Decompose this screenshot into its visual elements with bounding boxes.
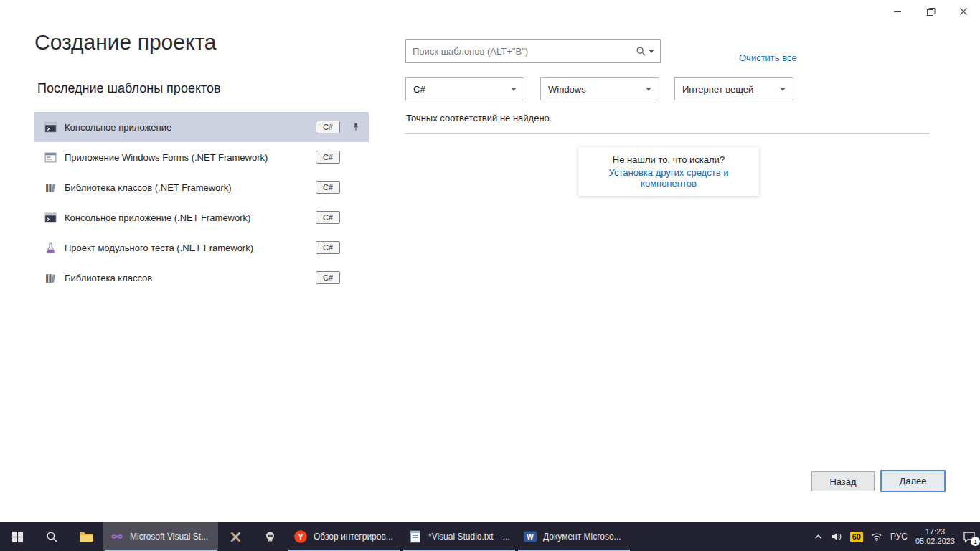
taskbar-app-visual-studio[interactable]: Microsoft Visual St... [103, 522, 218, 551]
not-found-title: Не нашли то, что искали? [583, 154, 755, 165]
taskbar-app-label: *Visual Studio.txt – ... [428, 532, 510, 542]
clock[interactable]: 17:23 05.02.2023 [915, 527, 955, 546]
windows-logo-icon [11, 531, 24, 543]
back-button[interactable]: Назад [811, 471, 875, 491]
clear-all-link[interactable]: Очистить все [739, 52, 797, 63]
chevron-down-icon [646, 88, 651, 91]
template-name: Приложение Windows Forms (.NET Framework… [65, 152, 316, 163]
page-title: Создание проекта [34, 30, 217, 55]
template-name: Проект модульного теста (.NET Framework) [65, 242, 316, 253]
template-item-winforms-app[interactable]: Приложение Windows Forms (.NET Framework… [34, 142, 369, 172]
network-wifi-icon[interactable] [871, 531, 882, 542]
taskbar-app-tools[interactable] [218, 522, 253, 551]
pin-button[interactable] [347, 118, 364, 136]
notification-count-badge: 1 [971, 537, 980, 546]
word-icon: W [523, 529, 537, 544]
restore-button[interactable] [914, 0, 947, 23]
start-button[interactable] [0, 522, 34, 551]
language-badge: C# [316, 241, 340, 254]
language-filter-value: C# [413, 84, 425, 95]
language-badge: C# [316, 151, 340, 164]
chevron-down-icon [780, 88, 786, 91]
template-item-class-library-netfx[interactable]: Библиотека классов (.NET Framework) C# [34, 172, 369, 202]
taskbar-app-notepad[interactable]: *Visual Studio.txt – ... [402, 522, 517, 551]
chevron-down-icon [511, 88, 517, 91]
project-type-filter-value: Интернет вещей [682, 84, 753, 95]
visual-studio-icon [110, 529, 124, 544]
language-badge: C# [316, 211, 340, 224]
template-name: Консольное приложение (.NET Framework) [65, 212, 316, 223]
language-indicator[interactable]: РУС [890, 532, 908, 542]
template-name: Консольное приложение [65, 122, 316, 133]
minimize-icon [893, 7, 902, 16]
console-app-icon [44, 212, 57, 224]
volume-icon[interactable] [831, 531, 842, 542]
taskbar-search-button[interactable] [34, 522, 69, 551]
results-divider [405, 133, 929, 134]
recent-templates-heading: Последние шаблоны проектов [37, 81, 221, 96]
taskbar: Microsoft Visual St... Y Обзор интегриро… [0, 522, 980, 551]
language-badge: C# [316, 181, 340, 194]
template-name: Библиотека классов (.NET Framework) [65, 182, 316, 193]
window-controls [881, 0, 980, 23]
next-button[interactable]: Далее [880, 470, 946, 492]
template-item-class-library[interactable]: Библиотека классов C# [34, 263, 369, 293]
class-library-icon [44, 182, 57, 194]
language-filter-dropdown[interactable]: C# [405, 77, 524, 100]
restore-icon [926, 7, 936, 17]
console-app-icon [44, 121, 57, 133]
platform-filter-dropdown[interactable]: Windows [540, 77, 659, 100]
class-library-icon [44, 272, 57, 284]
yandex-browser-icon: Y [293, 529, 308, 544]
template-item-console-app-netfx[interactable]: Консольное приложение (.NET Framework) C… [34, 202, 369, 232]
winforms-app-icon [44, 151, 57, 164]
not-found-card: Не нашли то, что искали? Установка други… [578, 147, 759, 196]
recent-template-list: Консольное приложение C# Приложение Wind… [34, 112, 369, 293]
taskbar-app-label: Документ Microso... [543, 532, 625, 542]
language-badge: C# [316, 121, 340, 133]
template-item-console-app[interactable]: Консольное приложение C# [34, 112, 369, 142]
notepad-icon [408, 529, 423, 544]
install-tools-link[interactable]: Установка других средств и компонентов [583, 167, 755, 189]
taskbar-app-skull-game[interactable] [253, 522, 287, 551]
tray-time: 17:23 [915, 527, 955, 537]
tray-overflow-chevron-icon[interactable] [814, 532, 823, 542]
template-name: Библиотека классов [65, 273, 316, 283]
language-badge: C# [316, 271, 340, 284]
taskbar-app-label: Обзор интегриров... [314, 532, 395, 542]
tray-date: 05.02.2023 [915, 537, 955, 546]
taskbar-app-word[interactable]: W Документ Microso... [517, 522, 631, 551]
unit-test-icon [44, 242, 57, 254]
skull-icon [263, 530, 277, 544]
file-explorer-button[interactable] [69, 522, 103, 551]
project-type-filter-dropdown[interactable]: Интернет вещей [674, 77, 793, 100]
svg-text:W: W [527, 533, 534, 541]
minimize-button[interactable] [881, 0, 914, 23]
pushpin-icon [351, 122, 361, 132]
close-button[interactable] [947, 0, 980, 23]
template-item-unit-test-netfx[interactable]: Проект модульного теста (.NET Framework)… [34, 232, 369, 263]
taskbar-app-label: Microsoft Visual St... [130, 532, 212, 542]
crossed-tools-icon [229, 530, 242, 544]
platform-filter-value: Windows [548, 84, 586, 95]
system-tray: 60 РУС 17:23 05.02.2023 1 [814, 522, 980, 551]
no-match-message: Точных соответствий не найдено. [406, 113, 552, 123]
search-options-caret-icon[interactable] [649, 50, 654, 53]
template-search [405, 39, 661, 63]
close-icon [959, 7, 968, 16]
battery-percent-indicator[interactable]: 60 [850, 532, 863, 542]
action-center-button[interactable]: 1 [963, 530, 976, 543]
taskbar-app-yandex-browser[interactable]: Y Обзор интегриров... [287, 522, 402, 551]
folder-icon [79, 531, 93, 542]
svg-text:Y: Y [298, 532, 303, 541]
search-icon [46, 531, 58, 543]
search-input[interactable] [406, 46, 636, 57]
search-icon[interactable] [636, 46, 646, 57]
